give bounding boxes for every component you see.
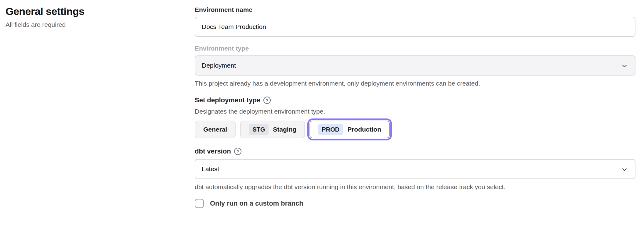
deployment-type-production-button[interactable]: PROD Production <box>309 121 390 138</box>
production-badge: PROD <box>318 124 343 135</box>
deployment-type-general-button[interactable]: General <box>195 121 236 138</box>
environment-name-label: Environment name <box>195 6 635 13</box>
help-icon[interactable]: ? <box>234 148 241 155</box>
dbt-version-label: dbt version <box>195 147 231 155</box>
general-settings-page: General settings All fields are required… <box>0 0 644 226</box>
environment-type-label: Environment type <box>195 45 635 52</box>
custom-branch-label[interactable]: Only run on a custom branch <box>210 200 303 207</box>
environment-type-helper: This project already has a development e… <box>195 80 635 87</box>
environment-name-input[interactable] <box>195 17 635 37</box>
dbt-version-label-row: dbt version ? <box>195 147 635 155</box>
custom-branch-row: Only run on a custom branch <box>195 199 635 208</box>
settings-form: Environment name Environment type Deploy… <box>195 6 635 208</box>
deployment-type-field: Set deployment type ? Designates the dep… <box>195 96 635 138</box>
deployment-type-staging-label: Staging <box>273 126 296 133</box>
environment-type-selected-value: Deployment <box>202 62 236 69</box>
help-icon[interactable]: ? <box>263 97 271 104</box>
chevron-down-icon <box>621 62 628 71</box>
deployment-type-description: Designates the deployment environment ty… <box>195 108 635 115</box>
dbt-version-helper: dbt automatically upgrades the dbt versi… <box>195 183 635 191</box>
environment-type-select: Deployment <box>195 55 635 76</box>
dbt-version-selected-value: Latest <box>202 165 219 173</box>
deployment-type-general-label: General <box>203 126 227 133</box>
settings-header: General settings All fields are required <box>5 5 176 28</box>
dbt-version-field: dbt version ? Latest dbt automatically u… <box>195 147 635 191</box>
deployment-type-label-row: Set deployment type ? <box>195 96 635 104</box>
environment-type-field: Environment type Deployment This project… <box>195 45 635 87</box>
deployment-type-button-group: General STG Staging PROD Production <box>195 121 635 138</box>
deployment-type-label: Set deployment type <box>195 96 260 104</box>
deployment-type-production-label: Production <box>347 126 381 133</box>
staging-badge: STG <box>249 124 269 135</box>
deployment-type-staging-button[interactable]: STG Staging <box>240 121 305 138</box>
dbt-version-select[interactable]: Latest <box>195 159 635 179</box>
environment-name-field: Environment name <box>195 6 635 37</box>
page-title: General settings <box>5 5 176 17</box>
page-subtitle: All fields are required <box>5 21 176 28</box>
custom-branch-checkbox[interactable] <box>195 199 204 208</box>
chevron-down-icon <box>621 166 628 175</box>
